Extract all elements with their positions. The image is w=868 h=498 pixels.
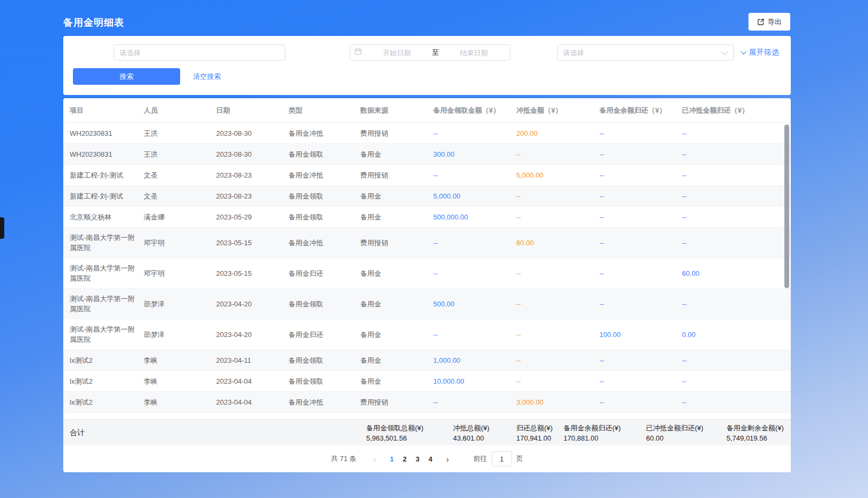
person-select[interactable]	[114, 45, 285, 61]
prev-page-arrow[interactable]: ‹	[368, 452, 381, 465]
date-range-separator: 至	[432, 48, 439, 57]
cell-type: 备用金冲抵	[288, 392, 360, 412]
cell-offset-amount: --	[516, 371, 599, 391]
cell-balance-return: --	[599, 350, 682, 370]
cell-offset-amount: --	[516, 325, 599, 345]
cell-date: 2023-05-15	[216, 233, 288, 253]
cell-project: 新建工程-刘-测试	[70, 186, 144, 206]
cell-balance-return: --	[599, 371, 682, 391]
cell-source: 备用金	[360, 186, 433, 206]
cell-receive-amount: --	[433, 263, 516, 283]
table-row: 测试-南昌大学第一附属医院 邓宇明 2023-05-15 备用金归还 备用金 -…	[63, 258, 791, 289]
cell-offset-return: --	[682, 186, 791, 206]
cell-offset-return: 0.00	[682, 325, 791, 345]
cell-offset-return: --	[682, 350, 791, 370]
search-button[interactable]: 搜索	[73, 68, 180, 85]
table-row: 新建工程-刘-测试 文圣 2023-08-23 备用金冲抵 费用报销 -- 5,…	[63, 165, 791, 186]
cell-balance-return: --	[599, 233, 682, 253]
person-select-input[interactable]	[114, 45, 285, 60]
cell-person: 文圣	[144, 165, 216, 185]
export-button[interactable]: 导出	[748, 13, 790, 31]
cell-type: 备用金冲抵	[288, 165, 360, 185]
chevron-down-icon	[721, 48, 728, 55]
goto-page-input[interactable]	[492, 451, 512, 466]
date-range-picker[interactable]: 至	[350, 45, 510, 61]
cell-receive-amount: 500,000.00	[433, 207, 516, 227]
summary-item: 备用金领取总额(¥) 5,963,501.56	[366, 423, 424, 443]
cell-date: 2023-05-15	[216, 263, 288, 283]
cell-balance-return: 100.00	[599, 325, 682, 345]
cell-project: 测试-南昌大学第一附属医院	[70, 228, 144, 258]
cell-project: lx测试2	[70, 371, 144, 391]
cell-project: WH20230831	[70, 144, 144, 164]
page-number-button[interactable]: 2	[398, 452, 411, 465]
expand-filters-label: 展开筛选	[749, 48, 779, 57]
cell-receive-amount: --	[433, 233, 516, 253]
column-header: 已冲抵金额归还（¥）	[682, 106, 791, 115]
clear-search-link[interactable]: 清空搜索	[193, 68, 221, 85]
summary-total-label: 合计	[70, 420, 85, 446]
date-start-input[interactable]	[365, 45, 429, 60]
cell-balance-return: --	[599, 186, 682, 206]
cell-date: 2023-04-04	[216, 392, 288, 412]
table-header-row: 项目人员日期类型数据来源备用金领取金额（¥）冲抵金额（¥）备用金余额归还（¥）已…	[63, 98, 791, 123]
date-end-input[interactable]	[442, 45, 506, 60]
table-row: lx测试2 李峡 2023-04-04 备用金冲抵 费用报销 -- 3,000.…	[63, 392, 791, 413]
cell-source: 备用金	[360, 350, 433, 370]
cell-project: 测试-南昌大学第一附属医院	[70, 258, 144, 288]
expand-filters-link[interactable]: 展开筛选	[741, 45, 779, 61]
cell-offset-amount: 3,000.00	[516, 392, 599, 412]
page-number-button[interactable]: 1	[385, 452, 398, 465]
cell-balance-return: --	[599, 392, 682, 412]
cell-type: 备用金冲抵	[288, 123, 360, 143]
cell-date: 2023-04-20	[216, 294, 288, 314]
cell-project: lx测试2	[70, 350, 144, 370]
side-drawer-handle[interactable]	[0, 217, 4, 239]
summary-item: 归还总额(¥) 170,941.00	[516, 423, 553, 443]
goto-page-label: 前往	[473, 454, 487, 464]
summary-item-value: 170,881.00	[563, 433, 621, 443]
cell-offset-amount: --	[516, 294, 599, 314]
cell-balance-return: --	[599, 207, 682, 227]
page-number-button[interactable]: 3	[411, 452, 424, 465]
cell-date: 2023-04-04	[216, 371, 288, 391]
column-header: 项目	[70, 106, 144, 115]
cell-type: 备用金领取	[288, 207, 360, 227]
summary-item-label: 备用金领取总额(¥)	[366, 423, 424, 433]
cell-date: 2023-04-11	[216, 350, 288, 370]
cell-type: 备用金领取	[288, 371, 360, 391]
cell-date: 2023-05-29	[216, 207, 288, 227]
vertical-scrollbar[interactable]	[784, 124, 789, 288]
project-select-input[interactable]	[558, 45, 722, 60]
summary-item-label: 备用金剩余金额(¥)	[726, 423, 784, 433]
cell-receive-amount: --	[433, 123, 516, 143]
petty-cash-table: 项目人员日期类型数据来源备用金领取金额（¥）冲抵金额（¥）备用金余额归还（¥）已…	[63, 98, 791, 472]
cell-date: 2023-08-30	[216, 123, 288, 143]
cell-source: 费用报销	[360, 165, 433, 185]
table-row: WH20230831 王洪 2023-08-30 备用金冲抵 费用报销 -- 2…	[63, 123, 791, 144]
cell-project: 新建工程-刘-测试	[70, 165, 144, 185]
cell-balance-return: --	[599, 123, 682, 143]
cell-person: 邵梦泽	[144, 325, 216, 345]
cell-receive-amount: --	[433, 325, 516, 345]
cell-date: 2023-08-30	[216, 144, 288, 164]
column-header: 人员	[144, 106, 216, 115]
column-header: 类型	[288, 106, 360, 115]
cell-source: 备用金	[360, 207, 433, 227]
page-number-button[interactable]: 4	[424, 452, 437, 465]
pagination: 共 71 条 ‹ 1234 › 前往 页	[63, 445, 791, 472]
cell-source: 备用金	[360, 144, 433, 164]
cell-date: 2023-08-23	[216, 165, 288, 185]
next-page-arrow[interactable]: ›	[441, 452, 454, 465]
cell-receive-amount: 10,000.00	[433, 371, 516, 391]
cell-person: 文圣	[144, 186, 216, 206]
project-select[interactable]	[557, 45, 734, 61]
cell-receive-amount: 300.00	[433, 144, 516, 164]
summary-item: 备用金余额归还(¥) 170,881.00	[563, 423, 621, 443]
summary-item-value: 43,601.00	[453, 433, 489, 443]
cell-type: 备用金领取	[288, 350, 360, 370]
cell-person: 李峡	[144, 371, 216, 391]
cell-offset-amount: --	[516, 350, 599, 370]
cell-project: 测试-南昌大学第一附属医院	[70, 289, 144, 319]
cell-offset-amount: 200.00	[516, 123, 599, 143]
